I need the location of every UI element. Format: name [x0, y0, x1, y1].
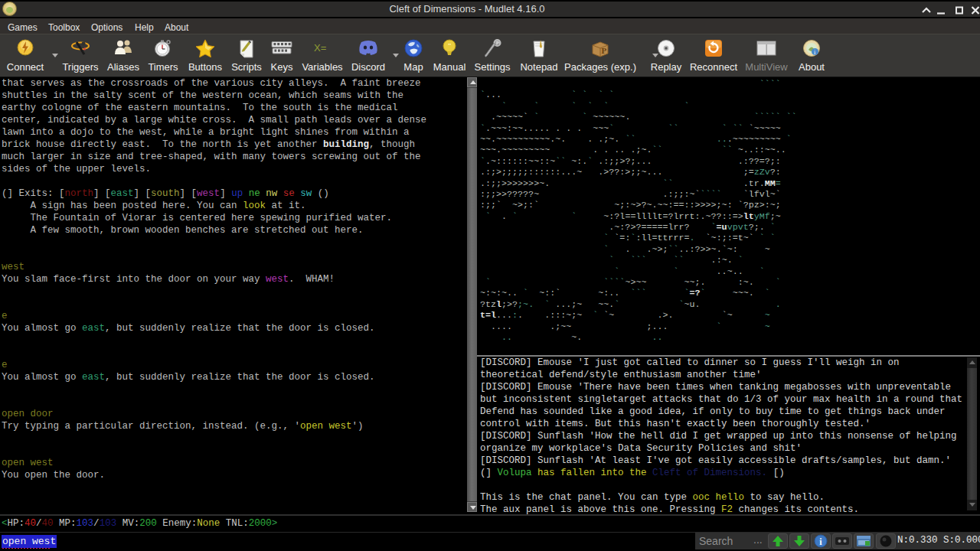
svg-text:P: P: [602, 46, 607, 55]
svg-text:X=: X=: [314, 42, 326, 54]
